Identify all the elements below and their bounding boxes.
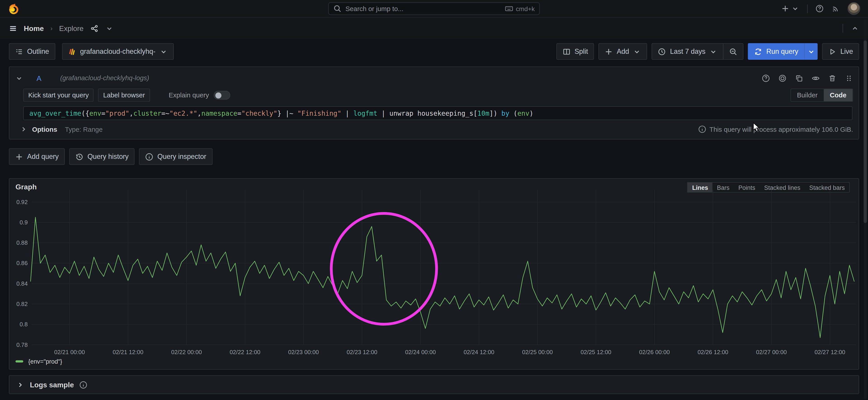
- avatar[interactable]: [847, 2, 860, 15]
- query-token: "prod": [105, 110, 129, 117]
- plus-icon: [15, 153, 23, 161]
- options-label[interactable]: Options: [32, 125, 57, 133]
- editor-mode-code[interactable]: Code: [824, 89, 852, 101]
- svg-text:02/24 00:00: 02/24 00:00: [405, 349, 436, 355]
- chevron-down-icon: [807, 47, 815, 56]
- query-token: env: [89, 110, 101, 117]
- plus-icon: [604, 47, 613, 56]
- query-token: ,: [129, 110, 133, 117]
- breadcrumb-explore[interactable]: Explore: [59, 24, 84, 33]
- kick-start-query-button[interactable]: Kick start your query: [23, 89, 94, 102]
- chevron-down-icon[interactable]: [105, 24, 114, 33]
- help-button[interactable]: [815, 4, 824, 13]
- query-token: 10m: [477, 110, 489, 117]
- svg-text:02/27 00:00: 02/27 00:00: [756, 349, 787, 355]
- search-icon: [333, 4, 342, 13]
- svg-text:02/21 12:00: 02/21 12:00: [113, 349, 143, 355]
- query-token: ,: [197, 110, 202, 117]
- breadcrumb-bar: Home › Explore: [0, 18, 868, 39]
- query-token: =~: [161, 110, 169, 117]
- live-button[interactable]: Live: [822, 43, 859, 60]
- collapse-query-chevron[interactable]: [15, 74, 23, 82]
- time-range-picker[interactable]: Last 7 days: [652, 43, 724, 60]
- svg-text:02/23 12:00: 02/23 12:00: [346, 349, 377, 355]
- query-token: |~: [281, 110, 298, 117]
- query-history-button[interactable]: Query history: [69, 148, 135, 165]
- query-token: "ec2.*": [169, 110, 197, 117]
- query-token: =: [101, 110, 105, 117]
- outline-button[interactable]: Outline: [9, 43, 55, 60]
- shortcut-hint: cmd+k: [505, 4, 535, 13]
- query-code-editor[interactable]: avg_over_time({env="prod",cluster=~"ec2.…: [23, 106, 852, 120]
- breadcrumb-home[interactable]: Home: [24, 24, 43, 33]
- hide-response-icon[interactable]: [811, 74, 820, 82]
- svg-text:0.82: 0.82: [16, 301, 28, 307]
- svg-text:02/25 12:00: 02/25 12:00: [581, 349, 612, 355]
- logs-sample-section[interactable]: Logs sample: [9, 375, 859, 394]
- query-token: avg_over_time: [29, 110, 81, 117]
- svg-text:02/26 00:00: 02/26 00:00: [639, 349, 670, 355]
- add-button[interactable]: Add: [598, 43, 647, 60]
- chevron-down-icon: [709, 47, 718, 56]
- scrollbar-track[interactable]: [864, 18, 867, 399]
- datasource-picker[interactable]: grafanacloud-checklyhq-: [62, 43, 174, 60]
- run-query-button[interactable]: Run query: [748, 43, 804, 60]
- scrollbar-thumb[interactable]: [864, 40, 867, 223]
- options-chevron-icon[interactable]: [20, 125, 28, 133]
- grafana-explore-page: cmd+k Home › Explore: [0, 0, 868, 400]
- timeseries-chart[interactable]: 0.920.90.880.860.840.820.80.7802/21 00:0…: [9, 179, 859, 370]
- query-token: "checkly": [241, 110, 277, 117]
- chevron-down-icon: [159, 47, 168, 56]
- clock-icon: [658, 47, 666, 56]
- query-inspector-button[interactable]: Query inspector: [139, 148, 212, 165]
- legend-label: {env="prod"}: [28, 358, 62, 365]
- plus-icon: [781, 4, 789, 13]
- divider: [842, 24, 843, 33]
- disable-query-icon[interactable]: [778, 74, 786, 82]
- grafana-logo[interactable]: [8, 2, 20, 15]
- remove-query-icon[interactable]: [828, 74, 837, 82]
- collapse-topbar-button[interactable]: [851, 24, 859, 33]
- svg-text:02/22 00:00: 02/22 00:00: [171, 349, 202, 355]
- chevron-down-icon: [633, 47, 641, 56]
- label-browser-button[interactable]: Label browser: [98, 89, 150, 102]
- history-icon: [75, 153, 84, 161]
- svg-text:02/24 12:00: 02/24 12:00: [464, 349, 494, 355]
- query-help-icon[interactable]: [762, 74, 770, 82]
- search-input[interactable]: [345, 5, 501, 12]
- toggle-knob: [216, 92, 222, 98]
- logs-sample-label: Logs sample: [30, 380, 74, 389]
- svg-text:02/22 12:00: 02/22 12:00: [230, 349, 260, 355]
- news-rss-button[interactable]: [831, 4, 840, 13]
- query-token: [: [473, 110, 477, 117]
- svg-text:02/26 12:00: 02/26 12:00: [698, 349, 728, 355]
- query-token: env: [518, 110, 529, 117]
- top-bar: cmd+k: [0, 0, 868, 18]
- global-search[interactable]: cmd+k: [328, 2, 540, 15]
- editor-mode-builder[interactable]: Builder: [791, 89, 824, 101]
- svg-text:0.9: 0.9: [20, 219, 28, 225]
- info-icon: [698, 125, 706, 133]
- new-menu-button[interactable]: [781, 4, 800, 13]
- run-query-interval-dropdown[interactable]: [804, 43, 818, 60]
- drag-handle-icon[interactable]: [845, 74, 853, 82]
- query-token: by: [497, 110, 513, 117]
- query-ref-id[interactable]: A: [37, 74, 41, 82]
- query-token: unwrap housekeeping_s: [390, 110, 473, 117]
- options-summary: Type: Range: [65, 125, 103, 133]
- add-query-button[interactable]: Add query: [9, 148, 65, 165]
- query-token: (: [513, 110, 518, 117]
- legend-item[interactable]: {env="prod"}: [16, 358, 62, 365]
- share-shortlink-button[interactable]: [90, 24, 98, 33]
- split-button[interactable]: Split: [556, 43, 594, 60]
- info-icon: [79, 380, 88, 389]
- query-token: |: [341, 110, 353, 117]
- zoom-out-time-button[interactable]: [723, 43, 744, 60]
- explain-query-label: Explain query: [168, 91, 209, 99]
- svg-text:0.88: 0.88: [16, 240, 28, 246]
- explain-query-toggle[interactable]: [214, 91, 230, 100]
- mega-menu-button[interactable]: [9, 24, 17, 33]
- query-token: cluster: [133, 110, 161, 117]
- svg-text:02/21 00:00: 02/21 00:00: [54, 349, 85, 355]
- duplicate-query-icon[interactable]: [795, 74, 803, 82]
